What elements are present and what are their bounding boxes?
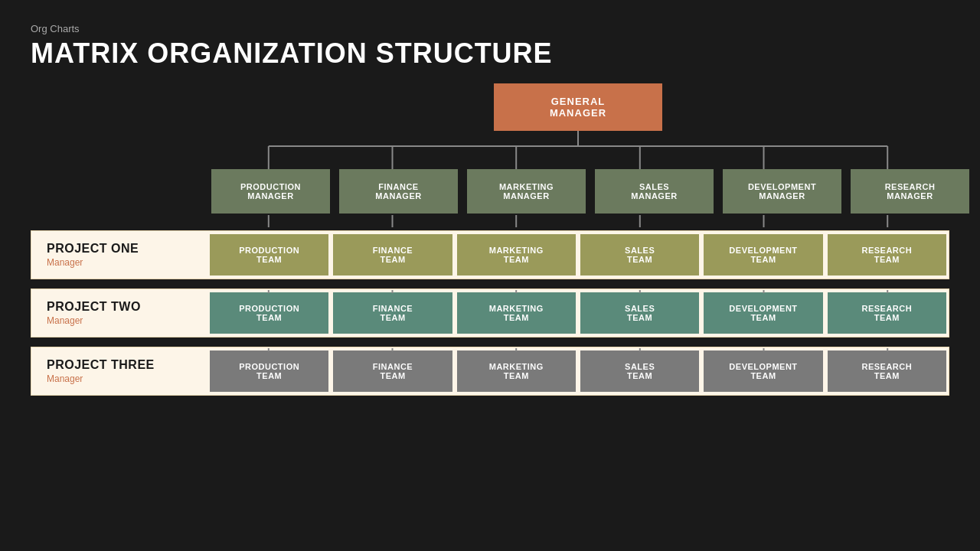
team-production-p3: PRODUCTIONTEAM	[210, 350, 328, 392]
managers-row: PRODUCTIONMANAGER FINANCEMANAGER MARKETI…	[207, 169, 949, 214]
manager-box-finance: FINANCEMANAGER	[339, 169, 458, 214]
team-sales-p1: SALESTEAM	[580, 234, 699, 276]
project-two-teams: PRODUCTIONTEAM FINANCETEAM MARKETINGTEAM…	[207, 289, 949, 337]
chart: GENERAL MANAGER PRODUCTIONMANAG	[31, 83, 949, 396]
team-research-p2: RESEARCHTEAM	[828, 292, 946, 334]
project-two-name: PROJECT TWO	[47, 300, 192, 314]
manager-production: PRODUCTIONMANAGER	[207, 169, 335, 214]
project-three-teams: PRODUCTIONTEAM FINANCETEAM MARKETINGTEAM…	[207, 347, 949, 395]
project-one-manager: Manager	[47, 257, 192, 268]
team-marketing-p1: MARKETINGTEAM	[457, 234, 576, 276]
project-three-label: PROJECT THREE Manager	[31, 347, 207, 395]
team-finance-p3: FINANCETEAM	[333, 350, 452, 392]
gm-row: GENERAL MANAGER	[207, 83, 949, 131]
page-title: MATRIX ORGANIZATION STRUCTURE	[31, 37, 949, 70]
team-development-p3: DEVELOPMENTTEAM	[704, 350, 822, 392]
team-marketing-p3: MARKETINGTEAM	[457, 350, 576, 392]
project-two-manager: Manager	[47, 315, 192, 326]
manager-box-research: RESEARCHMANAGER	[851, 169, 969, 214]
project-three-manager: Manager	[47, 373, 192, 384]
projects-section: PROJECT ONE Manager PRODUCTIONTEAM FINAN…	[31, 230, 949, 396]
project-two-label: PROJECT TWO Manager	[31, 289, 207, 337]
connector-svg	[207, 131, 949, 169]
team-development-p2: DEVELOPMENTTEAM	[704, 292, 822, 334]
gm-box: GENERAL MANAGER	[494, 83, 662, 131]
team-research-p3: RESEARCHTEAM	[828, 350, 946, 392]
manager-box-sales: SALESMANAGER	[595, 169, 714, 214]
team-production-p1: PRODUCTIONTEAM	[210, 234, 328, 276]
team-marketing-p2: MARKETINGTEAM	[457, 292, 576, 334]
project-row-one: PROJECT ONE Manager PRODUCTIONTEAM FINAN…	[31, 230, 949, 279]
manager-research: RESEARCHMANAGER	[846, 169, 974, 214]
manager-box-production: PRODUCTIONMANAGER	[211, 169, 330, 214]
team-sales-p3: SALESTEAM	[580, 350, 699, 392]
team-development-p1: DEVELOPMENTTEAM	[704, 234, 822, 276]
project-row-three: PROJECT THREE Manager PRODUCTIONTEAM FIN…	[31, 347, 949, 396]
mid-connectors	[207, 215, 949, 227]
row-connector-svg-1	[207, 290, 949, 293]
header: Org Charts MATRIX ORGANIZATION STRUCTURE	[31, 23, 949, 83]
project-row-two: PROJECT TWO Manager PRODUCTIONTEAM FINAN…	[31, 289, 949, 337]
page: Org Charts MATRIX ORGANIZATION STRUCTURE…	[0, 0, 980, 551]
row-connector-svg-2	[207, 348, 949, 351]
team-finance-p2: FINANCETEAM	[333, 292, 452, 334]
project-three-name: PROJECT THREE	[47, 358, 192, 372]
manager-box-development: DEVELOPMENTMANAGER	[723, 169, 841, 214]
manager-sales: SALESMANAGER	[590, 169, 718, 214]
subtitle: Org Charts	[31, 23, 949, 34]
row-connector-2	[207, 341, 949, 344]
project-one-label: PROJECT ONE Manager	[31, 231, 207, 279]
manager-marketing: MARKETINGMANAGER	[462, 169, 590, 214]
team-finance-p1: FINANCETEAM	[333, 234, 452, 276]
row-connector-1	[207, 282, 949, 285]
team-production-p2: PRODUCTIONTEAM	[210, 292, 328, 334]
manager-finance: FINANCEMANAGER	[335, 169, 462, 214]
project-one-teams: PRODUCTIONTEAM FINANCETEAM MARKETINGTEAM…	[207, 231, 949, 279]
team-sales-p2: SALESTEAM	[580, 292, 699, 334]
team-research-p1: RESEARCHTEAM	[828, 234, 946, 276]
top-connectors	[207, 131, 949, 169]
mid-connector-svg	[207, 215, 949, 227]
manager-development: DEVELOPMENTMANAGER	[718, 169, 846, 214]
project-one-name: PROJECT ONE	[47, 242, 192, 256]
manager-box-marketing: MARKETINGMANAGER	[467, 169, 586, 214]
